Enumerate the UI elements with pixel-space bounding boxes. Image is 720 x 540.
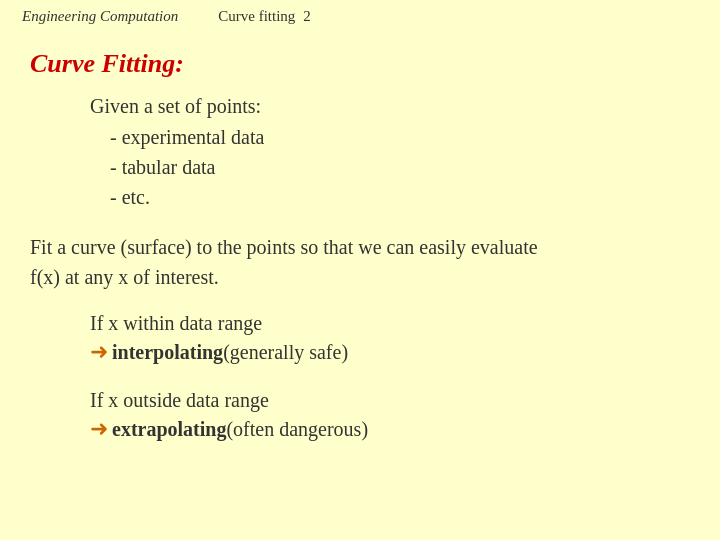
fit-line1: Fit a curve (surface) to the points so t…	[30, 236, 538, 258]
interpolating-label: If x within data range	[90, 312, 690, 335]
extrapolating-section: If x outside data range ➜ extrapolating …	[90, 389, 690, 442]
given-block: Given a set of points: - experimental da…	[90, 95, 690, 212]
extrapolating-line: ➜ extrapolating (often dangerous)	[90, 416, 690, 442]
extrapolating-arrow: ➜	[90, 416, 108, 442]
interpolating-rest: (generally safe)	[223, 341, 348, 364]
header-subtitle: Curve fitting	[218, 8, 295, 25]
fit-description: Fit a curve (surface) to the points so t…	[30, 232, 690, 292]
interpolating-line: ➜ interpolating (generally safe)	[90, 339, 690, 365]
extrapolating-rest: (often dangerous)	[226, 418, 368, 441]
fit-line2: f(x) at any x of interest.	[30, 266, 219, 288]
interpolating-arrow: ➜	[90, 339, 108, 365]
interpolating-section: If x within data range ➜ interpolating (…	[90, 312, 690, 365]
bullet-tabular: - tabular data	[110, 152, 690, 182]
extrapolating-term: extrapolating	[112, 418, 226, 441]
header-title: Engineering Computation	[22, 8, 178, 25]
interpolating-term: interpolating	[112, 341, 223, 364]
given-intro: Given a set of points:	[90, 95, 690, 118]
header: Engineering Computation Curve fitting 2	[0, 0, 720, 29]
section-title: Curve Fitting:	[30, 49, 690, 79]
header-page: 2	[303, 8, 311, 25]
bullet-etc: - etc.	[110, 182, 690, 212]
extrapolating-label: If x outside data range	[90, 389, 690, 412]
main-content: Curve Fitting: Given a set of points: - …	[0, 29, 720, 486]
bullet-experimental: - experimental data	[110, 122, 690, 152]
